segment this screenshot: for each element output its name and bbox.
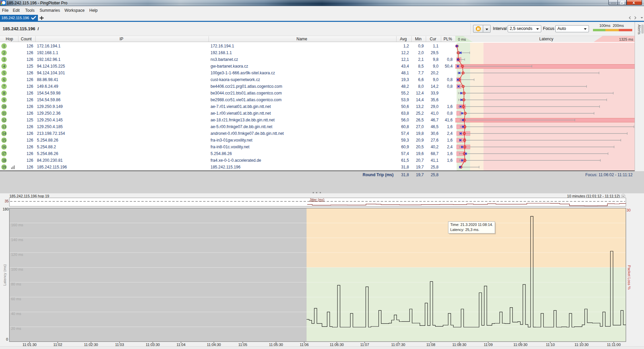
svg-text:11:07: 11:07 xyxy=(360,343,369,347)
svg-text:Latency (ms): Latency (ms) xyxy=(3,264,7,286)
svg-text:11:09:30: 11:09:30 xyxy=(513,343,527,347)
svg-text:11:08: 11:08 xyxy=(426,343,435,347)
svg-text:0 ms: 0 ms xyxy=(458,37,466,41)
svg-text:180: 180 xyxy=(3,207,9,211)
svg-text:10 minutes (11:01:12 - 11:11:1: 10 minutes (11:01:12 - 11:11:12) xyxy=(567,194,620,198)
svg-text:11:07:30: 11:07:30 xyxy=(391,343,405,347)
svg-text:30: 30 xyxy=(627,208,631,212)
svg-text:Packet Loss %: Packet Loss % xyxy=(627,265,631,290)
svg-text:11:11:00: 11:11:00 xyxy=(607,343,620,347)
svg-text:140 ms: 140 ms xyxy=(11,238,24,242)
svg-text:11:06:30: 11:06:30 xyxy=(330,343,344,347)
svg-text:100 ms: 100 ms xyxy=(11,267,24,271)
svg-text:11:05:30: 11:05:30 xyxy=(269,343,283,347)
svg-text:11:10:30: 11:10:30 xyxy=(574,343,589,347)
svg-text:11:04:30: 11:04:30 xyxy=(207,343,221,347)
svg-text:11:02:30: 11:02:30 xyxy=(84,343,98,347)
svg-text:11:03:30: 11:03:30 xyxy=(146,343,160,347)
svg-text:35: 35 xyxy=(5,199,9,203)
svg-text:Time: 21.3.2020 11:08:14.: Time: 21.3.2020 11:08:14. xyxy=(450,223,493,227)
svg-text:160 ms: 160 ms xyxy=(11,223,24,227)
svg-text:Latency: Latency xyxy=(539,37,553,41)
svg-text:80 ms: 80 ms xyxy=(11,282,21,286)
svg-text:60 ms: 60 ms xyxy=(11,297,21,301)
svg-text:11:10: 11:10 xyxy=(546,343,555,347)
svg-text:120 ms: 120 ms xyxy=(11,253,24,257)
svg-text:11:02: 11:02 xyxy=(53,343,62,347)
svg-text:1325 ms: 1325 ms xyxy=(619,37,634,41)
svg-text:Jitter (ms): Jitter (ms) xyxy=(310,198,324,202)
svg-text:11:08:30: 11:08:30 xyxy=(452,343,466,347)
svg-text:11:06: 11:06 xyxy=(300,343,309,347)
svg-text:20 ms: 20 ms xyxy=(11,326,21,331)
svg-text:0: 0 xyxy=(6,337,8,341)
svg-text:Latency: 25,3 ms.: Latency: 25,3 ms. xyxy=(450,228,479,232)
svg-text:40 ms: 40 ms xyxy=(11,312,21,316)
svg-text:185.242.115.196 hop 19: 185.242.115.196 hop 19 xyxy=(9,194,49,198)
svg-text:11:04: 11:04 xyxy=(177,343,186,347)
svg-text:11:09: 11:09 xyxy=(484,343,493,347)
svg-text:11:01:30: 11:01:30 xyxy=(22,343,37,347)
svg-text:11:03: 11:03 xyxy=(115,343,124,347)
svg-text:11:05: 11:05 xyxy=(238,343,247,347)
